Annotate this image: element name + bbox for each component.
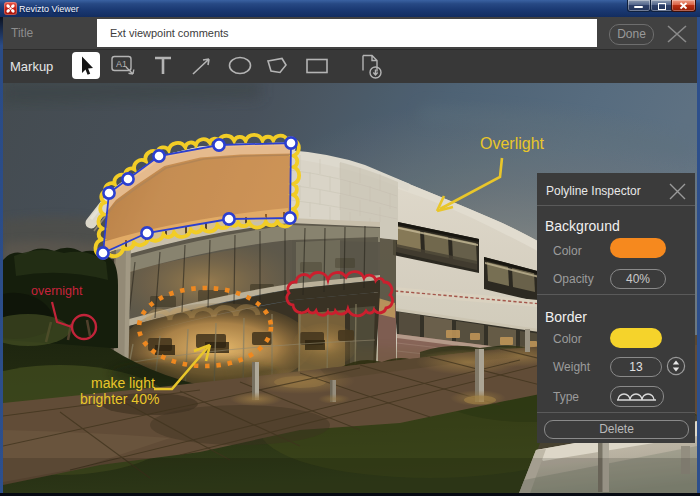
svg-text:brighter 40%: brighter 40% xyxy=(80,391,159,407)
svg-text:overnight: overnight xyxy=(31,284,83,298)
svg-text:A1: A1 xyxy=(116,59,127,69)
svg-text:make light: make light xyxy=(91,375,155,391)
svg-text:Overlight: Overlight xyxy=(480,135,545,152)
